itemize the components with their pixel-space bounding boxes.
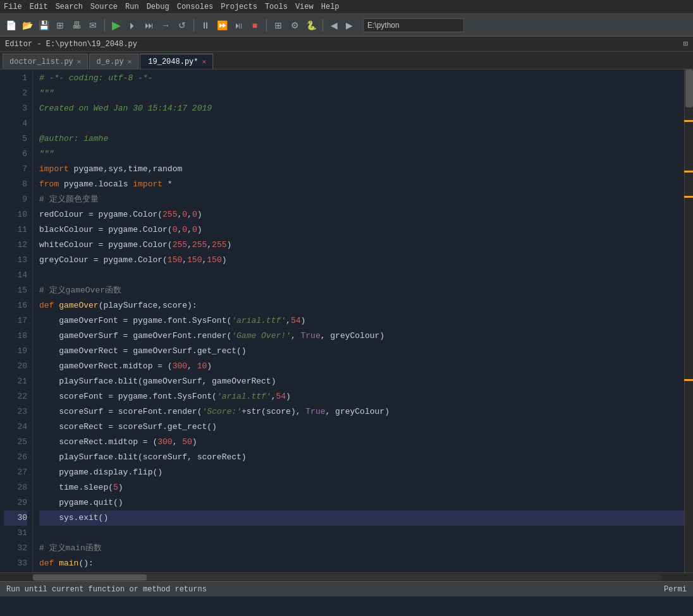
editor-title: Editor - E:\python\19_2048.py bbox=[5, 40, 137, 49]
line-num-32: 32 bbox=[4, 541, 27, 556]
debug-button[interactable]: ⏸ bbox=[199, 18, 212, 32]
line-num-14: 14 bbox=[4, 268, 27, 283]
menu-source[interactable]: Source bbox=[90, 3, 118, 11]
menu-tools[interactable]: Tools bbox=[265, 3, 288, 11]
tab-label: d_e.py bbox=[96, 57, 123, 66]
line-num-30: 30 bbox=[4, 510, 27, 526]
horizontal-scrollbar[interactable] bbox=[0, 572, 693, 581]
code-line-27: pygame.display.flip() bbox=[39, 465, 684, 480]
scroll-marker-1 bbox=[684, 120, 693, 122]
run-file-button[interactable]: ⏵ bbox=[126, 18, 140, 32]
code-line-22: scoreFont = pygame.font.SysFont('arial.t… bbox=[39, 389, 684, 404]
tab-d-e[interactable]: d_e.py ✕ bbox=[89, 54, 138, 69]
close-19-2048-tab[interactable]: ✕ bbox=[202, 57, 207, 66]
scrollbar-thumb[interactable] bbox=[685, 69, 693, 107]
code-line-29: pygame.quit() bbox=[39, 495, 684, 510]
line-num-13: 13 bbox=[4, 253, 27, 268]
line-num-11: 11 bbox=[4, 222, 27, 238]
close-d-e-tab[interactable]: ✕ bbox=[128, 57, 132, 66]
menu-view[interactable]: View bbox=[295, 3, 314, 11]
code-line-25: scoreRect.midtop = (300, 50) bbox=[39, 435, 684, 450]
run-button[interactable]: ▶ bbox=[109, 18, 123, 32]
forward-button[interactable]: ▶ bbox=[343, 18, 355, 32]
code-line-13: greyColour = pygame.Color(150,150,150) bbox=[39, 253, 684, 268]
code-editor[interactable]: # -*- coding: utf-8 -*- """ Created on W… bbox=[33, 69, 684, 572]
status-bar: Run until current function or method ret… bbox=[0, 581, 693, 596]
menu-consoles[interactable]: Consoles bbox=[177, 3, 214, 11]
line-num-4: 4 bbox=[4, 116, 27, 131]
hscroll-thumb[interactable] bbox=[33, 574, 147, 581]
settings-button[interactable]: ⚙ bbox=[288, 18, 302, 32]
code-line-18: gameOverSurf = gameOverFont.render('Game… bbox=[39, 329, 684, 344]
line-num-21: 21 bbox=[4, 374, 27, 389]
code-line-28: time.sleep(5) bbox=[39, 480, 684, 495]
tab-label: doctor_list.py bbox=[9, 57, 73, 66]
menu-search[interactable]: Search bbox=[56, 3, 83, 11]
code-line-6: """ bbox=[39, 147, 684, 162]
toolbar-separator-4 bbox=[322, 19, 323, 32]
code-line-26: playSurface.blit(scoreSurf, scoreRect) bbox=[39, 450, 684, 465]
line-num-27: 27 bbox=[4, 465, 27, 480]
debug-step-button[interactable]: ⏩ bbox=[215, 18, 229, 32]
line-numbers: 1 2 3 4 5 6 7 ⚠ 8 9 10 11 12 13 14 15 16… bbox=[0, 69, 33, 572]
line-num-9: 9 bbox=[4, 192, 27, 207]
tab-19-2048[interactable]: 19_2048.py* ✕ bbox=[140, 54, 213, 69]
close-doctor-list-tab[interactable]: ✕ bbox=[77, 57, 82, 66]
line-num-16: 16 bbox=[4, 298, 27, 313]
code-line-10: redColour = pygame.Color(255,0,0) bbox=[39, 207, 684, 222]
status-message: Run until current function or method ret… bbox=[6, 585, 207, 594]
code-line-1: # -*- coding: utf-8 -*- bbox=[39, 71, 684, 86]
line-num-8: ⚠ 8 bbox=[4, 177, 27, 192]
save-all-button[interactable]: ⊞ bbox=[53, 18, 67, 32]
back-button[interactable]: ◀ bbox=[328, 18, 340, 32]
code-line-11: blackColour = pygame.Color(0,0,0) bbox=[39, 222, 684, 238]
status-right: Permi bbox=[664, 585, 687, 594]
print-button[interactable]: 🖶 bbox=[70, 18, 83, 32]
line-num-28: 28 bbox=[4, 480, 27, 495]
menu-bar: File Edit Search Source Run Debug Consol… bbox=[0, 0, 693, 14]
menu-projects[interactable]: Projects bbox=[221, 3, 257, 11]
code-line-5: @author: iamhe bbox=[39, 131, 684, 147]
code-line-9: # 定义颜色变量 bbox=[39, 192, 684, 207]
toolbar-separator-3 bbox=[266, 19, 267, 32]
code-line-21: playSurface.blit(gameOverSurf, gameOverR… bbox=[39, 374, 684, 389]
continue-button[interactable]: ⏯ bbox=[231, 18, 245, 32]
tab-doctor-list[interactable]: doctor_list.py ✕ bbox=[3, 54, 88, 69]
code-line-24: scoreRect = scoreSurf.get_rect() bbox=[39, 420, 684, 435]
titlebar: Editor - E:\python\19_2048.py ⊡ bbox=[0, 37, 693, 52]
step-button[interactable]: → bbox=[159, 18, 173, 32]
toolbar-separator-2 bbox=[193, 19, 194, 32]
python-button[interactable]: 🐍 bbox=[304, 18, 318, 32]
menu-debug[interactable]: Debug bbox=[147, 3, 169, 11]
line-num-29: 29 bbox=[4, 495, 27, 510]
stop-button[interactable]: ■ bbox=[248, 18, 262, 32]
titlebar-icon: ⊡ bbox=[684, 39, 688, 49]
menu-edit[interactable]: Edit bbox=[30, 3, 48, 11]
new-file-button[interactable]: 📄 bbox=[4, 18, 18, 32]
editor-area: 1 2 3 4 5 6 7 ⚠ 8 9 10 11 12 13 14 15 16… bbox=[0, 69, 693, 572]
menu-file[interactable]: File bbox=[4, 3, 22, 11]
scroll-marker-4 bbox=[684, 379, 693, 381]
tab-bar: doctor_list.py ✕ d_e.py ✕ 19_2048.py* ✕ bbox=[0, 52, 693, 69]
line-num-20: 20 bbox=[4, 359, 27, 374]
menu-help[interactable]: Help bbox=[321, 3, 340, 11]
line-num-34: 34 bbox=[4, 571, 27, 572]
code-line-23: scoreSurf = scoreFont.render('Score:'+st… bbox=[39, 404, 684, 420]
line-num-2: 2 bbox=[4, 86, 27, 101]
open-file-button[interactable]: 📂 bbox=[20, 18, 34, 32]
run-selection-button[interactable]: ⏭ bbox=[142, 18, 156, 32]
line-num-19: 19 bbox=[4, 344, 27, 359]
menu-run[interactable]: Run bbox=[125, 3, 139, 11]
inspect-button[interactable]: ⊞ bbox=[271, 18, 285, 32]
vertical-scrollbar[interactable] bbox=[684, 69, 693, 572]
code-line-4 bbox=[39, 116, 684, 131]
scroll-marker-2 bbox=[684, 171, 693, 172]
address-bar[interactable]: E:\python bbox=[363, 18, 464, 32]
code-line-32: # 定义main函数 bbox=[39, 541, 684, 556]
code-line-34: # 初始化pygame bbox=[39, 571, 684, 572]
save-button[interactable]: 💾 bbox=[37, 18, 51, 32]
code-line-31 bbox=[39, 526, 684, 541]
code-line-16: def gameOver(playSurface,score): bbox=[39, 298, 684, 313]
email-button[interactable]: ✉ bbox=[86, 18, 100, 32]
reload-button[interactable]: ↺ bbox=[175, 18, 189, 32]
